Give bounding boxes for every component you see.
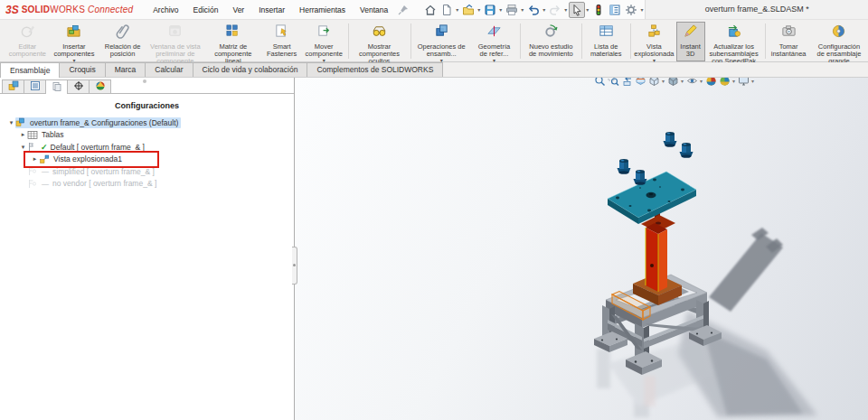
- view-settings-button[interactable]: [737, 78, 750, 89]
- tree-row-1[interactable]: ▸Tablas: [0, 129, 294, 142]
- section-view-button[interactable]: [634, 78, 647, 89]
- tree-label: simplified [ overturn frame_& ]: [52, 166, 157, 177]
- edit-appearance-icon: [705, 78, 717, 87]
- select-button[interactable]: [569, 2, 585, 18]
- open-button[interactable]: [460, 2, 476, 18]
- teal-plate: [608, 172, 696, 224]
- tab-complementos-de-solidworks[interactable]: Complementos de SOLIDWORKS: [307, 62, 443, 77]
- apply-scene-dropdown-caret[interactable]: ▾: [732, 78, 735, 84]
- ribbon-separator: [765, 23, 766, 59]
- rebuild-traffic-light-button[interactable]: [590, 2, 607, 18]
- file-properties-button[interactable]: [607, 2, 623, 18]
- cursor-icon: [571, 4, 583, 16]
- save-button[interactable]: [482, 2, 498, 18]
- new-document-button[interactable]: [439, 2, 455, 18]
- panel-tab-feature-manager[interactable]: [2, 79, 24, 93]
- inactive-config-dash: —: [42, 180, 49, 188]
- graphics-viewport[interactable]: ▾▾▾▾▾: [295, 78, 868, 420]
- property-manager-icon: [30, 79, 41, 95]
- ribbon-tomar-instantanea[interactable]: Tomar instantánea: [767, 22, 810, 61]
- heads-up-view-toolbar: ▾▾▾▾▾: [593, 78, 756, 89]
- tab-ensamblaje[interactable]: Ensamblaje: [0, 62, 60, 78]
- open-dropdown-caret[interactable]: ▾: [477, 6, 480, 13]
- select-dropdown-caret[interactable]: ▾: [586, 6, 589, 13]
- tree-row-2[interactable]: ▾✓Default [ overturn frame_& ]: [0, 141, 294, 154]
- tab-calcular[interactable]: Calcular: [145, 62, 193, 77]
- zoom-to-fit-button[interactable]: [593, 78, 607, 89]
- mate-icon: [115, 23, 130, 42]
- hide-show-items-dropdown-caret[interactable]: ▾: [700, 78, 703, 84]
- ribbon-nuevo-estudio-de-movimiento[interactable]: Nuevo estudio de movimiento: [522, 22, 580, 61]
- tree-expander[interactable]: ▾: [7, 119, 15, 126]
- ribbon-configuracion-de-ensamblaje-grande[interactable]: Configuración de ensamblaje grande: [810, 22, 868, 61]
- panel-resize-dot[interactable]: [143, 79, 146, 83]
- ribbon-smart-fasteners[interactable]: Smart Fasteners: [262, 22, 302, 61]
- tree-row-5[interactable]: —no vendor [ overturn frame_& ]: [0, 178, 294, 191]
- ribbon-geometria-de-refer[interactable]: Geometría de refer...▾: [470, 22, 518, 61]
- menu-archivo[interactable]: Archivo: [146, 0, 185, 20]
- display-manager-icon: [95, 79, 106, 95]
- ribbon-relacion-de-posicion[interactable]: Relación de posición: [99, 22, 146, 61]
- tree-row-3[interactable]: ▸Vista explosionada1: [0, 154, 294, 166]
- display-style-dropdown-caret[interactable]: ▾: [681, 78, 684, 84]
- ribbon-insertar-componentes[interactable]: Insertar componentes▾: [50, 22, 99, 61]
- panel-tab-configuration-manager[interactable]: [45, 79, 68, 94]
- tree-expander[interactable]: ▸: [19, 131, 27, 138]
- save-dropdown-caret[interactable]: ▾: [499, 6, 502, 13]
- ribbon-lista-de-materiales[interactable]: Lista de materiales: [584, 22, 628, 61]
- ribbon-operaciones-de-ensamb[interactable]: Operaciones de ensamb...▾: [412, 22, 470, 61]
- edit_comp-icon: [20, 23, 35, 42]
- main-content: Configuraciones ▾overturn frame_& Config…: [0, 78, 868, 420]
- zoom-to-area-button[interactable]: [607, 78, 620, 89]
- tree-expander[interactable]: ▾: [19, 144, 27, 151]
- hide-show-items-button[interactable]: [685, 78, 699, 89]
- menu-ventana[interactable]: Ventana: [353, 0, 395, 20]
- model-3d[interactable]: [295, 78, 868, 420]
- newdoc-icon: [440, 4, 453, 16]
- display-style-button[interactable]: [666, 78, 680, 89]
- menu-toolbar-area: 3S SOLIDWORKSConnected ArchivoEdiciónVer…: [0, 0, 645, 19]
- panel-splitter-handle[interactable]: [292, 247, 297, 285]
- menu-edicion[interactable]: Edición: [186, 0, 226, 20]
- print-button[interactable]: [504, 2, 520, 18]
- menu-herramientas[interactable]: Herramientas: [292, 0, 353, 20]
- ribbon-actualizar-los-subensamblajes-con-speedpak[interactable]: Actualizar los subensamblajes con SpeedP…: [705, 22, 763, 61]
- menu-ver[interactable]: Ver: [225, 0, 251, 20]
- redo-button: [547, 2, 563, 18]
- options-dropdown-caret[interactable]: ▾: [640, 6, 643, 13]
- undo-dropdown-caret[interactable]: ▾: [542, 6, 545, 13]
- ribbon-matriz-de-componente-lineal[interactable]: Matriz de componente lineal▾: [204, 22, 262, 61]
- edit-appearance-button[interactable]: [704, 78, 718, 89]
- panel-tab-dimxpert-manager[interactable]: [67, 79, 90, 93]
- view-settings-dropdown-caret[interactable]: ▾: [751, 78, 754, 84]
- panel-tab-display-manager[interactable]: [89, 79, 111, 93]
- view-orientation-dropdown-caret[interactable]: ▾: [662, 78, 665, 84]
- apply-scene-button[interactable]: [718, 78, 731, 89]
- tree-expander[interactable]: ▸: [31, 155, 39, 163]
- menu-insertar[interactable]: Insertar: [251, 0, 292, 20]
- tab-ciclo-de-vida-y-colaboracion[interactable]: Ciclo de vida y colaboración: [193, 62, 308, 77]
- tree-row-0[interactable]: ▾overturn frame_& Configuraciones (Defau…: [0, 117, 294, 129]
- options-button[interactable]: [623, 2, 639, 18]
- tab-marca[interactable]: Marca: [105, 62, 146, 77]
- ribbon-separator: [410, 23, 411, 59]
- home-button[interactable]: [422, 2, 439, 18]
- ribbon-instant-3d[interactable]: Instant 3D: [676, 22, 705, 61]
- ribbon-mover-componente[interactable]: Mover componente▾: [302, 22, 346, 61]
- red-column: [633, 211, 682, 305]
- print-dropdown-caret[interactable]: ▾: [521, 6, 524, 13]
- view-orientation-button[interactable]: [647, 78, 661, 89]
- pin-menu-icon[interactable]: [397, 4, 410, 16]
- new-document-dropdown-caret[interactable]: ▾: [456, 6, 458, 13]
- ribbon-mostrar-componentes-ocultos[interactable]: Mostrar componentes ocultos: [351, 22, 409, 61]
- redo-dropdown-caret[interactable]: ▾: [564, 6, 567, 13]
- previous-view-button[interactable]: [620, 78, 634, 89]
- ribbon-vista-explosionada[interactable]: Vista explosionada▾: [632, 22, 675, 61]
- undo-button[interactable]: [525, 2, 542, 18]
- zoom-to-area-icon: [608, 78, 619, 87]
- open-icon: [462, 4, 475, 16]
- panel-tab-property-manager[interactable]: [24, 79, 46, 93]
- tab-croquis[interactable]: Croquis: [59, 62, 105, 77]
- instant3d-icon: [683, 23, 698, 42]
- tree-row-4[interactable]: —simplified [ overturn frame_& ]: [0, 165, 294, 178]
